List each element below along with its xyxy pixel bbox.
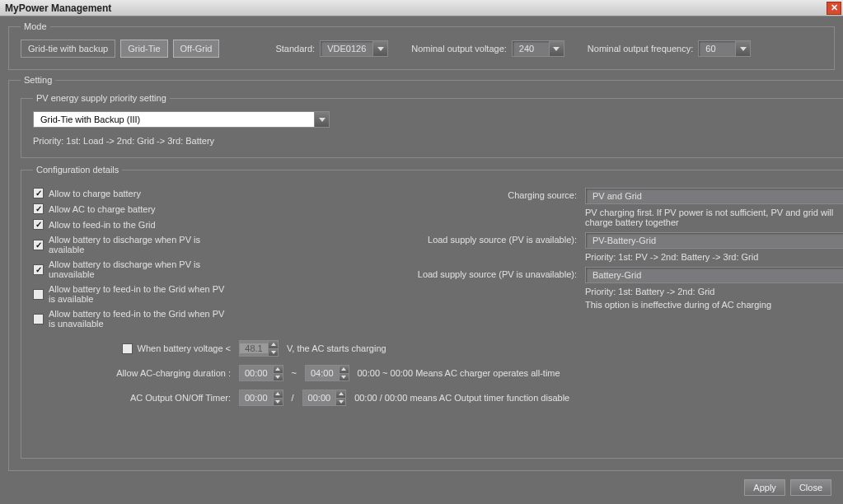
batt-voltage-spinner[interactable]: 48.1 xyxy=(239,340,279,357)
check-allow-batt-feedin-pv-unavail[interactable] xyxy=(33,314,44,324)
setting-fieldset: Setting PV energy supply priority settin… xyxy=(8,75,843,471)
ac-output-sep: / xyxy=(292,393,294,403)
mode-gridtie-backup-button[interactable]: Grid-tie with backup xyxy=(21,40,115,58)
check-allow-batt-discharge-pv-unavail[interactable] xyxy=(33,264,44,275)
voltage-label: Nominal output voltage: xyxy=(411,44,507,54)
pv-priority-legend: PV energy supply priority setting xyxy=(33,93,170,103)
config-checklist: Allow to charge battery Allow AC to char… xyxy=(33,188,231,329)
ac-charging-to-spinner[interactable]: 04:00 xyxy=(305,365,349,381)
load-pv-unavail-desc1: Priority: 1st: Battery -> 2nd: Grid xyxy=(585,287,843,296)
batt-voltage-label: When battery voltage < xyxy=(138,343,231,353)
ac-charging-from-spinner[interactable]: 00:00 xyxy=(239,365,283,381)
check-label: Allow to feed-in to the Grid xyxy=(49,220,156,230)
close-button[interactable]: Close xyxy=(790,479,831,496)
mode-offgrid-button[interactable]: Off-Grid xyxy=(173,40,220,58)
close-icon[interactable]: ✕ xyxy=(827,2,841,15)
charging-source-desc: PV charging first. If PV power is not su… xyxy=(585,208,843,227)
spinner-up-icon[interactable] xyxy=(339,366,349,373)
load-pv-avail-label: Load supply source (PV is available): xyxy=(231,232,585,245)
load-pv-unavail-value: Battery-Grid xyxy=(586,270,843,280)
pv-priority-dropdown[interactable]: Grid-Tie with Backup (III) xyxy=(33,111,330,128)
check-allow-batt-discharge-pv-avail[interactable] xyxy=(33,240,44,250)
ac-output-label: AC Output ON/Off Timer: xyxy=(130,393,231,403)
check-label: Allow battery to feed-in to the Grid whe… xyxy=(49,284,231,304)
load-pv-unavail-label: Load supply source (PV is unavailable): xyxy=(231,267,585,279)
spinner-up-icon[interactable] xyxy=(273,390,283,398)
ac-charging-label: Allow AC-charging duration : xyxy=(116,368,231,378)
spinner-up-icon[interactable] xyxy=(335,390,345,398)
ac-output-from-value: 00:00 xyxy=(240,393,273,403)
check-label: Allow to charge battery xyxy=(49,189,141,198)
setting-legend: Setting xyxy=(21,75,55,85)
config-legend: Configuration details xyxy=(33,165,122,175)
batt-voltage-value: 48.1 xyxy=(240,343,268,353)
batt-voltage-suffix: V, the AC starts charging xyxy=(287,343,386,353)
chevron-down-icon xyxy=(372,41,387,56)
pv-priority-text: Priority: 1st: Load -> 2nd: Grid -> 3rd:… xyxy=(33,136,843,146)
titlebar: MyPower Management ✕ xyxy=(0,0,843,16)
content: Mode Grid-tie with backup Grid-Tie Off-G… xyxy=(0,16,843,504)
freq-dropdown[interactable]: 60 xyxy=(698,40,751,57)
mode-legend: Mode xyxy=(21,21,50,31)
ac-charging-from-value: 00:00 xyxy=(240,368,273,378)
pv-priority-fieldset: PV energy supply priority setting Grid-T… xyxy=(21,93,843,158)
check-label: Allow AC to charge battery xyxy=(49,204,156,214)
check-allow-batt-feedin-pv-avail[interactable] xyxy=(33,289,44,300)
mode-fieldset: Mode Grid-tie with backup Grid-Tie Off-G… xyxy=(8,21,835,70)
ac-output-from-spinner[interactable]: 00:00 xyxy=(239,390,283,406)
pv-priority-value: Grid-Tie with Backup (III) xyxy=(34,114,314,124)
standard-value: VDE0126 xyxy=(321,44,372,54)
ac-output-to-spinner[interactable]: 00:00 xyxy=(302,390,347,406)
ac-output-to-value: 00:00 xyxy=(303,393,336,403)
check-label: Allow battery to discharge when PV is av… xyxy=(49,235,231,254)
check-allow-ac-charge[interactable] xyxy=(33,203,44,214)
ac-charging-sep: ~ xyxy=(292,368,297,378)
check-label: Allow battery to discharge when PV is un… xyxy=(49,259,231,279)
load-pv-unavail-desc2: This option is ineffective during of AC … xyxy=(585,300,843,310)
check-allow-feedin-grid[interactable] xyxy=(33,219,44,230)
load-pv-unavail-dropdown[interactable]: Battery-Grid xyxy=(585,267,843,283)
ac-charging-to-value: 04:00 xyxy=(306,368,339,378)
spinner-down-icon[interactable] xyxy=(339,373,349,381)
spinner-down-icon[interactable] xyxy=(268,348,278,357)
chevron-down-icon xyxy=(735,41,750,56)
voltage-dropdown[interactable]: 240 xyxy=(512,40,564,57)
charging-source-value: PV and Grid xyxy=(586,191,843,201)
spinner-down-icon[interactable] xyxy=(273,373,283,381)
mode-button-group: Grid-tie with backup Grid-Tie Off-Grid xyxy=(21,40,219,58)
config-fieldset: Configuration details Charging source: P… xyxy=(21,165,843,459)
charging-source-dropdown[interactable]: PV and Grid xyxy=(585,188,843,204)
chevron-down-icon xyxy=(549,41,564,56)
spinner-down-icon[interactable] xyxy=(273,398,283,406)
window-title: MyPower Management xyxy=(2,2,827,14)
charging-source-label: Charging source: xyxy=(231,188,585,200)
ac-charging-desc: 00:00 ~ 00:00 Means AC charger operates … xyxy=(358,368,560,378)
apply-button[interactable]: Apply xyxy=(744,479,785,496)
voltage-value: 240 xyxy=(513,44,549,54)
freq-label: Nominal output frequency: xyxy=(588,44,693,54)
spinner-up-icon[interactable] xyxy=(268,341,278,348)
standard-dropdown[interactable]: VDE0126 xyxy=(320,40,388,57)
spinner-down-icon[interactable] xyxy=(335,398,345,406)
load-pv-avail-dropdown[interactable]: PV-Battery-Grid xyxy=(585,232,843,249)
load-pv-avail-desc: Priority: 1st: PV -> 2nd: Battery -> 3rd… xyxy=(585,252,843,262)
freq-value: 60 xyxy=(699,44,735,54)
check-label: Allow battery to feed-in to the Grid whe… xyxy=(49,309,231,329)
check-when-battery-voltage[interactable] xyxy=(122,343,133,354)
footer-buttons: Apply Close xyxy=(8,476,835,496)
load-pv-avail-value: PV-Battery-Grid xyxy=(586,236,843,245)
mode-gridtie-button[interactable]: Grid-Tie xyxy=(120,40,167,58)
chevron-down-icon xyxy=(314,112,329,127)
spinner-up-icon[interactable] xyxy=(273,366,283,373)
window: MyPower Management ✕ Mode Grid-tie with … xyxy=(0,0,843,504)
standard-label: Standard: xyxy=(275,44,315,54)
ac-output-desc: 00:00 / 00:00 means AC Output timer func… xyxy=(354,393,569,403)
check-allow-charge-battery[interactable] xyxy=(33,188,44,198)
